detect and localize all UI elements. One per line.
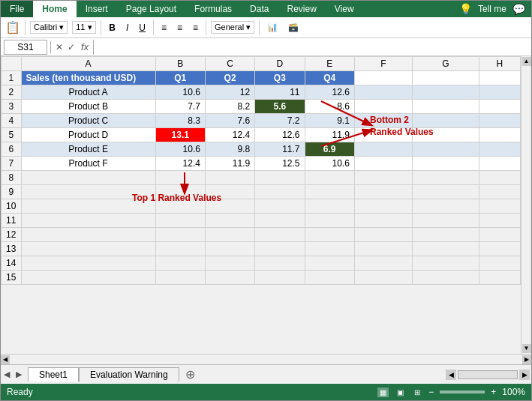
scrollbar-right[interactable]: ▲ ▼ — [521, 56, 531, 354]
confirm-icon[interactable]: ✓ — [66, 42, 77, 52]
cell-g2[interactable] — [413, 85, 479, 100]
zoom-in-btn[interactable]: + — [491, 387, 496, 397]
tab-review[interactable]: Review — [278, 1, 325, 17]
number-format[interactable]: General ▾ — [211, 21, 254, 34]
underline-btn[interactable]: U — [136, 22, 149, 34]
cell-f2[interactable] — [354, 85, 412, 100]
sheet-nav-right[interactable]: ▶ — [13, 370, 25, 379]
cell-g3[interactable] — [413, 100, 479, 114]
tab-data[interactable]: Data — [241, 1, 278, 17]
cell-a4[interactable]: Product C — [21, 114, 155, 128]
cell-a2[interactable]: Product A — [21, 85, 155, 100]
col-header-e[interactable]: E — [305, 57, 354, 71]
tab-sheet1[interactable]: Sheet1 — [28, 367, 79, 382]
format-as-table[interactable]: 🗃️ — [285, 22, 302, 33]
zoom-out-btn[interactable]: − — [428, 387, 434, 397]
cell-b7[interactable]: 12.4 — [155, 157, 205, 171]
italic-btn[interactable]: I — [123, 22, 131, 34]
cell-d7[interactable]: 12.5 — [255, 157, 305, 171]
cell-b1[interactable]: Q1 — [155, 71, 205, 85]
tab-formulas[interactable]: Formulas — [185, 1, 241, 17]
name-box[interactable] — [4, 40, 47, 55]
tab-page-layout[interactable]: Page Layout — [117, 1, 185, 17]
cell-d2[interactable]: 11 — [255, 85, 305, 100]
cell-b5-red[interactable]: 13.1 — [155, 128, 205, 142]
cell-d3-green[interactable]: 5.6 — [255, 100, 305, 114]
cell-g7[interactable] — [413, 157, 479, 171]
cell-f5[interactable] — [354, 128, 412, 142]
cell-b3[interactable]: 7.7 — [155, 100, 205, 114]
cell-d6[interactable]: 11.7 — [255, 142, 305, 157]
sheet-scroll-right[interactable]: ▶ — [519, 370, 530, 380]
cancel-icon[interactable]: ✕ — [54, 42, 65, 52]
cell-b6[interactable]: 10.6 — [155, 142, 205, 157]
cell-h6[interactable] — [479, 142, 520, 157]
cell-e5[interactable]: 11.9 — [305, 128, 354, 142]
cell-f3[interactable] — [354, 100, 412, 114]
cell-d1[interactable]: Q3 — [255, 71, 305, 85]
col-header-c[interactable]: C — [205, 57, 254, 71]
cell-a5[interactable]: Product D — [21, 128, 155, 142]
cell-e6-green[interactable]: 6.9 — [305, 142, 354, 157]
sheet-nav-left[interactable]: ◀ — [1, 370, 13, 379]
cell-c6[interactable]: 9.8 — [205, 142, 254, 157]
cell-c3[interactable]: 8.2 — [205, 100, 254, 114]
tab-insert[interactable]: Insert — [77, 1, 117, 17]
formula-input[interactable] — [93, 40, 528, 55]
cell-e7[interactable]: 10.6 — [305, 157, 354, 171]
cell-b4[interactable]: 8.3 — [155, 114, 205, 128]
col-header-b[interactable]: B — [155, 57, 205, 71]
tab-file[interactable]: File — [1, 1, 33, 17]
cell-h5[interactable] — [479, 128, 520, 142]
tell-me-text[interactable]: Tell me — [478, 4, 506, 14]
font-size[interactable]: 11 ▾ — [72, 21, 96, 34]
tab-home[interactable]: Home — [33, 1, 76, 17]
cell-h7[interactable] — [479, 157, 520, 171]
col-header-g[interactable]: G — [413, 57, 479, 71]
col-header-d[interactable]: D — [255, 57, 305, 71]
zoom-slider[interactable] — [440, 391, 485, 394]
tab-view[interactable]: View — [326, 1, 363, 17]
cell-c4[interactable]: 7.6 — [205, 114, 254, 128]
cell-h2[interactable] — [479, 85, 520, 100]
cell-d5[interactable]: 12.6 — [255, 128, 305, 142]
cell-g4[interactable] — [413, 114, 479, 128]
cell-c1[interactable]: Q2 — [205, 71, 254, 85]
cell-a3[interactable]: Product B — [21, 100, 155, 114]
cell-e3[interactable]: 8.6 — [305, 100, 354, 114]
cell-a6[interactable]: Product E — [21, 142, 155, 157]
cell-c2[interactable]: 12 — [205, 85, 254, 100]
align-center-btn[interactable]: ≡ — [174, 22, 185, 34]
cell-f1[interactable] — [354, 71, 412, 85]
cell-mode-preview[interactable]: ⊞ — [412, 388, 422, 397]
cell-d4[interactable]: 7.2 — [255, 114, 305, 128]
cell-h3[interactable] — [479, 100, 520, 114]
cell-mode-normal[interactable]: ▦ — [377, 388, 389, 397]
cell-f6[interactable] — [354, 142, 412, 157]
cell-mode-page[interactable]: ▣ — [395, 388, 406, 397]
cell-b2[interactable]: 10.6 — [155, 85, 205, 100]
cell-f4[interactable] — [354, 114, 412, 128]
align-right-btn[interactable]: ≡ — [190, 22, 201, 34]
cell-a7[interactable]: Product F — [21, 157, 155, 171]
add-sheet-btn[interactable]: ⊕ — [179, 366, 201, 384]
sheet-scroll-left[interactable]: ◀ — [446, 370, 456, 380]
cell-g5[interactable] — [413, 128, 479, 142]
cell-e4[interactable]: 9.1 — [305, 114, 354, 128]
cell-c7[interactable]: 11.9 — [205, 157, 254, 171]
cell-h1[interactable] — [479, 71, 520, 85]
font-selector[interactable]: Calibri ▾ — [30, 21, 68, 34]
bold-btn[interactable]: B — [106, 22, 119, 34]
cell-f7[interactable] — [354, 157, 412, 171]
scrollbar-bottom[interactable]: ◀ ▶ — [1, 354, 531, 364]
cell-c5[interactable]: 12.4 — [205, 128, 254, 142]
cond-format-btn[interactable]: 📊 — [264, 22, 281, 33]
sheet-scroll-bar[interactable] — [458, 370, 518, 379]
cell-e2[interactable]: 12.6 — [305, 85, 354, 100]
cell-g1[interactable] — [413, 71, 479, 85]
col-header-f[interactable]: F — [354, 57, 412, 71]
align-left-btn[interactable]: ≡ — [158, 22, 170, 34]
cell-h4[interactable] — [479, 114, 520, 128]
cell-a1[interactable]: Sales (ten thousand USD) — [21, 71, 155, 85]
cell-e1[interactable]: Q4 — [305, 71, 354, 85]
